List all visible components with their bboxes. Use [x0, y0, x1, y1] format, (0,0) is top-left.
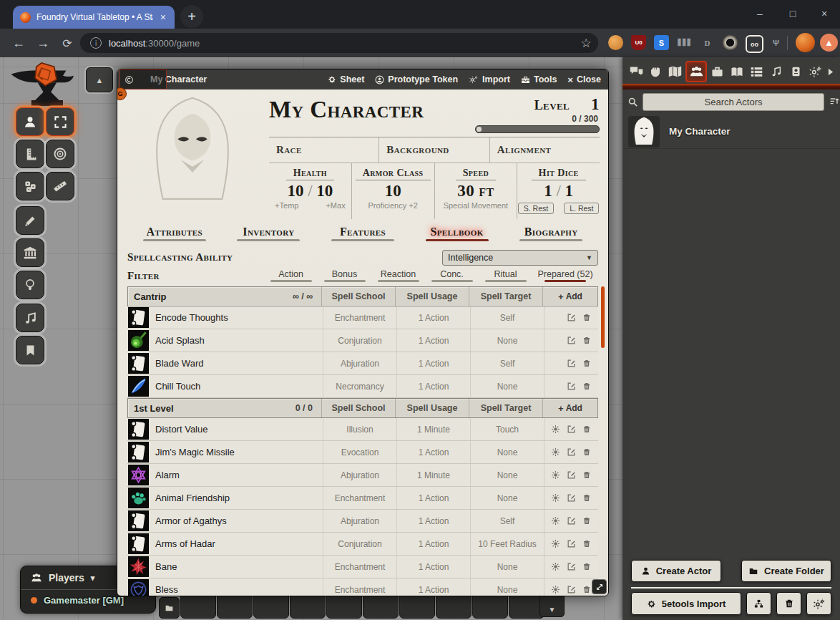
actor-list-item[interactable]: My Character	[622, 115, 840, 149]
spell-name-cell[interactable]: Acid Splash	[127, 329, 323, 352]
address-bar[interactable]: i localhost:30000/game	[80, 33, 598, 53]
token-tool-button[interactable]	[16, 107, 44, 136]
extension-sliders-icon[interactable]: ⦀⦀⦀	[677, 35, 692, 50]
edit-spell-icon[interactable]	[567, 585, 576, 594]
spell-artwork-icon[interactable]	[128, 556, 149, 577]
dice-tool-button[interactable]	[16, 172, 44, 200]
tab-spellbook[interactable]: Spellbook	[410, 224, 504, 248]
prototype-token-button[interactable]: Prototype Token	[375, 74, 458, 85]
filter-action[interactable]: Action	[264, 269, 318, 282]
prepare-spell-icon[interactable]	[551, 470, 560, 480]
spell-name-cell[interactable]: Alarm	[127, 464, 323, 486]
spell-name[interactable]: Blade Ward	[155, 358, 203, 369]
spell-artwork-icon[interactable]	[128, 307, 149, 328]
spell-name-cell[interactable]: Encode Thoughts	[127, 306, 323, 329]
spell-name-cell[interactable]: Bless	[127, 578, 323, 596]
delete-spell-icon[interactable]	[582, 313, 591, 322]
hotbar-page-down-icon[interactable]: ▼	[549, 606, 556, 614]
sounds-tool-button[interactable]	[16, 304, 44, 332]
prepare-spell-icon[interactable]	[551, 585, 560, 594]
spell-name-cell[interactable]: Animal Friendship	[127, 487, 323, 509]
extension-fork-icon[interactable]: Ψ	[768, 35, 783, 50]
spell-name[interactable]: Armor of Agathys	[155, 515, 227, 526]
hp-tempmax-label[interactable]: +Max	[326, 201, 345, 210]
actor-avatar[interactable]	[628, 116, 660, 147]
edit-spell-icon[interactable]	[567, 470, 576, 480]
window-minimize-button[interactable]: –	[744, 0, 776, 27]
spell-name[interactable]: Alarm	[155, 470, 180, 480]
target-tool-button[interactable]	[46, 140, 74, 168]
spell-name[interactable]: Arms of Hadar	[155, 538, 215, 549]
collapse-controls-button[interactable]: ▲	[86, 67, 113, 92]
tiles-tool-button[interactable]	[16, 238, 44, 267]
spell-artwork-icon[interactable]	[128, 510, 149, 531]
spell-name-cell[interactable]: Arms of Hadar	[127, 533, 323, 555]
prepare-spell-icon[interactable]	[551, 539, 560, 548]
spell-artwork-icon[interactable]	[128, 353, 149, 374]
filter-ritual[interactable]: Ritual	[479, 269, 532, 282]
spell-name-cell[interactable]: Blade Ward	[127, 352, 323, 374]
spell-name[interactable]: Chill Touch	[155, 381, 200, 392]
window-resize-handle[interactable]	[592, 579, 607, 594]
spell-artwork-icon[interactable]	[128, 533, 149, 554]
tab-chat[interactable]	[627, 62, 645, 81]
spell-artwork-icon[interactable]	[128, 465, 149, 485]
filter-conc-[interactable]: Conc.	[425, 269, 479, 282]
macro-folder-button[interactable]	[159, 597, 180, 619]
sheet-scrollbar-thumb[interactable]	[601, 286, 605, 348]
spell-artwork-icon[interactable]	[128, 330, 149, 351]
spell-name-cell[interactable]: Bane	[127, 556, 323, 578]
spell-name[interactable]: Acid Splash	[155, 335, 205, 346]
sidebar-collapse-icon[interactable]	[826, 62, 836, 81]
spell-artwork-icon[interactable]	[128, 419, 149, 440]
delete-spell-icon[interactable]	[582, 585, 591, 594]
delete-spell-icon[interactable]	[582, 470, 591, 480]
extension-cookie-icon[interactable]	[608, 35, 623, 50]
filter-prepared-52-[interactable]: Prepared (52)	[532, 269, 598, 282]
reload-button[interactable]: ⟳	[57, 34, 77, 52]
drawing-tool-button[interactable]	[16, 206, 44, 235]
new-tab-button[interactable]: +	[180, 5, 203, 28]
edit-spell-icon[interactable]	[567, 493, 576, 503]
edit-spell-icon[interactable]	[567, 425, 576, 434]
character-portrait[interactable]	[127, 92, 258, 221]
ruler-diagonal-tool-button[interactable]	[46, 172, 74, 200]
spell-name[interactable]: Bane	[155, 561, 177, 572]
long-rest-button[interactable]: L. Rest	[564, 203, 599, 214]
tab-compendium[interactable]	[786, 62, 805, 81]
extension-s-icon[interactable]: S	[654, 35, 669, 50]
add-spell-button[interactable]: +Add	[542, 399, 597, 417]
spell-artwork-icon[interactable]	[128, 488, 149, 508]
measure-tool-button[interactable]	[16, 140, 44, 168]
extension-oo-icon[interactable]: oo	[746, 35, 763, 53]
delete-spell-icon[interactable]	[582, 539, 591, 548]
tab-features[interactable]: Features	[316, 224, 410, 248]
create-folder-button[interactable]: Create Folder	[741, 560, 831, 582]
section-slots[interactable]: ∞ / ∞	[293, 287, 321, 306]
prepare-spell-icon[interactable]	[551, 493, 560, 503]
xp-text[interactable]: 0 / 300	[471, 114, 598, 124]
add-spell-button[interactable]: +Add	[542, 287, 597, 306]
edit-spell-icon[interactable]	[567, 562, 576, 571]
tab-close-icon[interactable]: ×	[159, 11, 167, 23]
tab-items[interactable]	[708, 62, 727, 81]
spell-name-cell[interactable]: Chill Touch	[127, 375, 323, 397]
character-name[interactable]: My Character	[269, 95, 471, 125]
profile-avatar[interactable]	[796, 33, 815, 52]
spell-artwork-icon[interactable]	[128, 579, 149, 596]
hp-temp-label[interactable]: +Temp	[275, 201, 298, 210]
spell-name[interactable]: Jim's Magic Missile	[155, 447, 235, 457]
tab-combat[interactable]	[646, 62, 665, 81]
spellcasting-ability-select[interactable]: Intelligence ▼	[442, 250, 598, 266]
forward-button[interactable]: →	[33, 34, 53, 52]
notes-tool-button[interactable]	[16, 336, 44, 364]
spell-name-cell[interactable]: Armor of Agathys	[127, 510, 323, 532]
delete-all-button[interactable]	[776, 592, 801, 615]
browser-update-icon[interactable]: ▲	[820, 34, 838, 52]
delete-spell-icon[interactable]	[582, 382, 591, 391]
sheet-button[interactable]: Sheet	[328, 74, 364, 85]
delete-spell-icon[interactable]	[582, 493, 591, 503]
tab-biography[interactable]: Biography	[504, 224, 598, 248]
tab-attributes[interactable]: Attributes	[127, 224, 222, 248]
create-actor-button[interactable]: Create Actor	[631, 560, 721, 582]
